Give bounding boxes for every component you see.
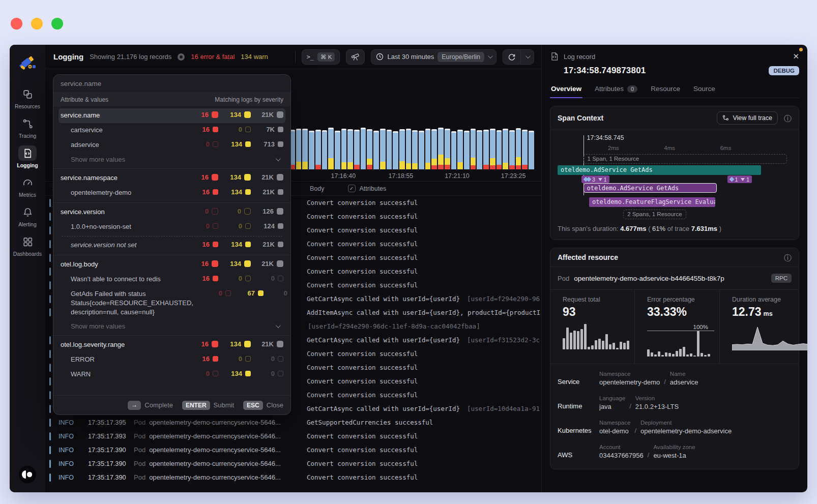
span-link-badge[interactable]: 1 1 [727, 175, 752, 183]
filter-search-input[interactable] [53, 75, 290, 93]
sidebar-item-dashboards[interactable]: Dashboards [13, 234, 42, 257]
histogram-bar[interactable] [380, 129, 386, 169]
histogram-bar[interactable] [399, 129, 405, 169]
histogram-bar[interactable] [373, 131, 379, 169]
refresh-options-button[interactable] [520, 50, 534, 64]
filter-value-row[interactable]: 1.0.0+no-version-set00124 [59, 220, 285, 234]
filter-value-row[interactable]: GetAds Failed with status Status{code=RE… [59, 287, 285, 319]
waterfall-tick-label: 4ms [664, 145, 675, 151]
filter-value-row[interactable]: opentelemetry-demo1613421K [59, 186, 285, 200]
refresh-button[interactable] [503, 50, 520, 64]
histogram-bar[interactable] [393, 131, 398, 169]
time-range-button[interactable]: Last 30 minutes Europe/Berlin [371, 49, 497, 65]
filter-attribute-row[interactable]: service.namespace1613421K [59, 171, 285, 186]
command-palette-button[interactable]: >_ ⌘ K [302, 49, 340, 65]
histogram-bar[interactable] [490, 129, 495, 169]
histogram-bar[interactable] [445, 129, 450, 169]
histogram-bar[interactable] [419, 131, 424, 169]
telescope-button[interactable] [346, 49, 365, 65]
histogram-bar[interactable] [412, 130, 418, 169]
histogram-bar[interactable] [451, 131, 457, 169]
histogram-bar[interactable] [438, 128, 444, 169]
body-column-header[interactable]: Body [310, 185, 325, 192]
histogram-bar[interactable] [367, 129, 372, 169]
log-histogram[interactable]: 17:16:4017:18:5517:21:1017:23:25 [289, 128, 534, 181]
histogram-bar[interactable] [335, 131, 340, 169]
log-row[interactable]: INFO17:35:17.395Podopentelemetry-demo-cu… [45, 416, 541, 429]
histogram-bar[interactable] [477, 130, 482, 169]
attributes-toggle[interactable]: ✓ Attributes [348, 185, 387, 192]
minimize-window-button[interactable] [31, 18, 43, 29]
histogram-bar[interactable] [464, 131, 470, 169]
close-window-button[interactable] [11, 18, 22, 29]
span-bar-child[interactable]: oteldemo.FeatureFlagService EvaluatePr [589, 197, 715, 207]
show-more-values[interactable]: Show more values [59, 153, 285, 166]
filter-attribute-row[interactable]: otel.log.body1613421K [59, 257, 285, 272]
histogram-bar[interactable] [483, 130, 489, 169]
filter-value-row[interactable]: WARN01340 [59, 367, 285, 382]
filter-value-row[interactable]: cartservice1607K [59, 123, 285, 138]
span-bar-root[interactable]: oteldemo.AdService GetAds [558, 165, 761, 175]
severity-indicator [49, 308, 51, 316]
log-row[interactable]: INFO17:35:17.390Podopentelemetry-demo-cu… [45, 443, 541, 457]
histogram-bar[interactable] [425, 129, 431, 169]
filter-value-row[interactable]: Wasn't able to connect to redis1600 [59, 272, 285, 287]
filter-value-row[interactable]: adservice0134713 [59, 138, 285, 153]
span-group-collapsed[interactable]: 1 Span, 1 Resource [583, 154, 787, 164]
histogram-bar[interactable] [503, 129, 508, 169]
span-bar-selected[interactable]: oteldemo.AdService GetAds [583, 183, 717, 193]
histogram-bar[interactable] [347, 129, 353, 169]
sidebar-item-metrics[interactable]: Metrics [13, 175, 42, 198]
info-icon[interactable]: ⓘ [784, 254, 792, 261]
info-icon[interactable]: ⓘ [784, 114, 792, 122]
histogram-bar[interactable] [315, 130, 321, 169]
close-icon[interactable]: ✕ [793, 52, 799, 61]
filter-attribute-row[interactable]: service.version00126 [59, 205, 285, 220]
sidebar-item-tracing[interactable]: Tracing [13, 116, 42, 139]
histogram-bar[interactable] [529, 131, 534, 169]
histogram-bar[interactable] [322, 130, 328, 169]
triangle-down-icon [741, 178, 745, 181]
histogram-bar[interactable] [509, 130, 515, 169]
log-row[interactable]: INFO17:35:17.390Podopentelemetry-demo-cu… [45, 470, 541, 484]
show-more-values[interactable]: Show more values [59, 319, 285, 333]
app-logo-telescope-icon[interactable] [17, 53, 38, 74]
sidebar-item-resources[interactable]: Resources [13, 86, 42, 109]
histogram-bar[interactable] [457, 130, 463, 169]
filter-attribute-row[interactable]: service.name1613421K [59, 108, 285, 123]
histogram-bar[interactable] [431, 129, 437, 169]
histogram-bar[interactable] [328, 128, 334, 169]
filter-attribute-row[interactable]: otel.log.severity.range1613421K [59, 338, 285, 352]
error-count-label[interactable]: 16 error & fatal [191, 53, 235, 61]
log-row[interactable]: INFO17:35:17.393Podopentelemetry-demo-cu… [45, 429, 541, 443]
warn-count-label[interactable]: 134 warn [241, 53, 268, 61]
sidebar-item-alerting[interactable]: Alerting [13, 204, 42, 227]
histogram-bar[interactable] [354, 130, 360, 169]
pod-link[interactable]: opentelemetry-demo-adservice-b4466455b-t… [574, 275, 724, 282]
histogram-bar[interactable] [387, 130, 392, 169]
histogram-bar[interactable] [471, 129, 476, 169]
log-row[interactable]: INFO17:35:17.390Podopentelemetry-demo-cu… [45, 457, 541, 470]
tab-resource[interactable]: Resource [650, 85, 681, 98]
histogram-bar[interactable] [406, 129, 412, 169]
view-full-trace-button[interactable]: View full trace [717, 111, 778, 125]
histogram-bar[interactable] [309, 131, 314, 169]
histogram-bar[interactable] [296, 129, 302, 169]
filter-value-row[interactable]: ERROR1600 [59, 352, 285, 367]
histogram-bar[interactable] [302, 129, 308, 169]
histogram-bar[interactable] [497, 130, 502, 169]
tab-overview[interactable]: Overview [550, 85, 582, 98]
zoom-window-button[interactable] [51, 18, 63, 29]
span-link-badge[interactable]: 3 1 [581, 175, 609, 183]
tab-source[interactable]: Source [692, 85, 716, 98]
sidebar-item-logging[interactable]: Logging [13, 145, 42, 168]
window-controls[interactable] [11, 18, 63, 29]
checkbox-checked-icon[interactable]: ✓ [348, 185, 356, 192]
histogram-bar[interactable] [516, 128, 521, 169]
span-group-collapsed[interactable]: 2 Spans, 1 Resource [623, 210, 686, 219]
histogram-bar[interactable] [361, 128, 366, 169]
filter-value-row[interactable]: service.version not set1613421K [59, 238, 285, 253]
tab-attributes[interactable]: Attributes0 [594, 85, 638, 98]
histogram-bar[interactable] [522, 130, 528, 169]
histogram-bar[interactable] [341, 129, 347, 169]
